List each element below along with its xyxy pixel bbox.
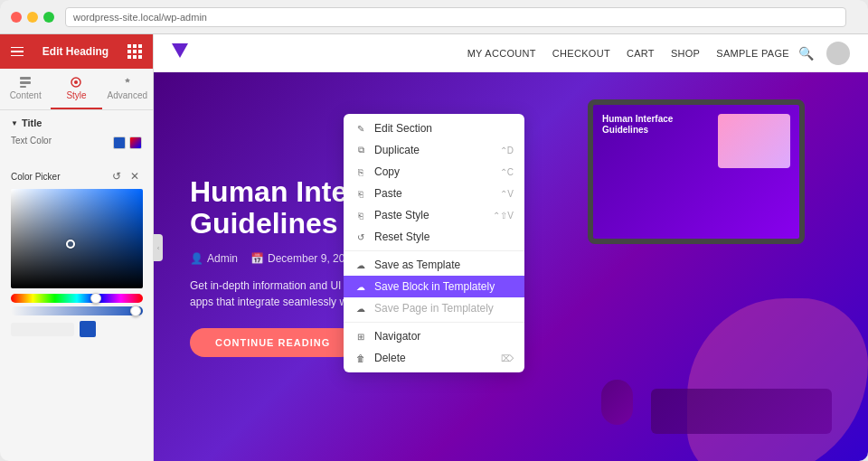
remove-color-button[interactable]: ✕: [127, 169, 142, 183]
save-template-label: Save as Template: [374, 259, 460, 271]
title-section: ▼ Title Text Color: [0, 110, 153, 162]
monitor-image: [718, 114, 790, 168]
context-save-page-templately[interactable]: ☁ Save Page in Templately: [344, 297, 524, 319]
sidebar-header: Edit Heading: [0, 34, 153, 69]
save-page-icon: ☁: [354, 302, 367, 315]
nav-shop[interactable]: SHOP: [671, 48, 700, 59]
tab-content-label: Content: [10, 90, 42, 100]
hero-blob: [687, 298, 868, 461]
mouse-illustration: [601, 380, 633, 425]
sidebar: Edit Heading Content Style Advanced: [0, 34, 154, 461]
text-color-label: Text Color: [11, 136, 52, 146]
tab-style[interactable]: Style: [51, 69, 101, 109]
alpha-slider[interactable]: [11, 306, 143, 315]
duplicate-shortcut: ⌃D: [500, 146, 514, 155]
color-preview[interactable]: [113, 136, 126, 149]
url-bar[interactable]: wordpress-site.local/wp-admin: [65, 7, 846, 27]
sidebar-title: Edit Heading: [42, 45, 108, 58]
navigator-label: Navigator: [374, 330, 420, 343]
monitor: Human InterfaceGuidelines: [588, 99, 823, 271]
nav-cart[interactable]: CART: [627, 48, 655, 59]
svg-point-4: [74, 80, 78, 84]
edit-section-icon: ✎: [354, 122, 367, 135]
menu-divider-2: [344, 322, 524, 323]
hue-slider[interactable]: [11, 294, 143, 303]
browser-chrome: wordpress-site.local/wp-admin: [0, 0, 868, 34]
site-logo: [172, 43, 188, 62]
avatar[interactable]: [826, 42, 850, 65]
paste-label: Paste: [374, 187, 402, 200]
continue-reading-button[interactable]: CONTINUE READING: [190, 328, 355, 357]
logo-triangle: [172, 43, 188, 58]
save-page-label: Save Page in Templately: [374, 302, 494, 315]
nav-my-account[interactable]: MY ACCOUNT: [467, 48, 536, 59]
minimize-button[interactable]: [27, 12, 38, 23]
hero-date: 📅 December 9, 2020: [250, 252, 357, 265]
reset-style-icon: ↺: [354, 230, 367, 243]
tab-advanced-label: Advanced: [108, 90, 147, 100]
close-button[interactable]: [11, 12, 22, 23]
tab-advanced[interactable]: Advanced: [102, 69, 153, 109]
keyboard-illustration: [651, 389, 832, 434]
paste-shortcut: ⌃V: [500, 189, 514, 199]
text-color-row: Text Color: [11, 136, 142, 149]
context-paste[interactable]: ⎗ Paste ⌃V: [344, 183, 524, 204]
svg-rect-2: [20, 86, 26, 88]
color-picker-actions: ↺ ✕: [109, 169, 142, 183]
paste-style-icon: ⎗: [354, 209, 367, 221]
monitor-screen-inner: Human InterfaceGuidelines: [593, 105, 799, 150]
copy-shortcut: ⌃C: [500, 167, 514, 177]
context-duplicate[interactable]: ⧉ Duplicate ⌃D: [344, 139, 524, 161]
color-swatch: [80, 321, 96, 337]
copy-icon: ⎘: [354, 165, 367, 178]
paste-style-shortcut: ⌃⇧V: [493, 211, 514, 221]
delete-icon: 🗑: [354, 352, 367, 364]
nav-checkout[interactable]: CHECKOUT: [552, 48, 610, 59]
navigator-icon: ⊞: [354, 330, 367, 343]
nav-sample-page[interactable]: SAMPLE PAGE: [716, 48, 789, 59]
context-navigator[interactable]: ⊞ Navigator: [344, 325, 524, 347]
top-nav: MY ACCOUNT CHECKOUT CART SHOP SAMPLE PAG…: [154, 34, 868, 72]
duplicate-icon: ⧉: [354, 144, 367, 156]
picker-dot[interactable]: [66, 240, 75, 249]
paste-style-label: Paste Style: [374, 209, 429, 221]
color-picker-canvas[interactable]: [11, 189, 143, 288]
traffic-lights: [11, 12, 54, 23]
hero-author: 👤 Admin: [190, 252, 238, 265]
paste-icon: ⎗: [354, 187, 367, 200]
save-template-icon: ☁: [354, 259, 367, 271]
context-paste-style[interactable]: ⎗ Paste Style ⌃⇧V: [344, 204, 524, 226]
duplicate-label: Duplicate: [374, 144, 420, 156]
edit-section-label: Edit Section: [374, 122, 432, 135]
context-save-template[interactable]: ☁ Save as Template: [344, 254, 524, 276]
collapse-handle[interactable]: ‹: [154, 234, 163, 261]
context-copy[interactable]: ⎘ Copy ⌃C: [344, 161, 524, 183]
search-icon[interactable]: 🔍: [798, 46, 814, 61]
alpha-thumb[interactable]: [130, 306, 141, 316]
global-color-icon[interactable]: [129, 136, 142, 149]
hex-row: #1B52BC: [11, 321, 142, 337]
context-edit-section[interactable]: ✎ Edit Section: [344, 118, 524, 139]
calendar-icon: 📅: [250, 252, 264, 265]
tab-style-label: Style: [66, 90, 86, 100]
menu-divider-1: [344, 250, 524, 251]
hero-illustration: Human InterfaceGuidelines: [561, 81, 850, 452]
hamburger-icon[interactable]: [11, 47, 24, 57]
hue-thumb[interactable]: [90, 293, 101, 304]
color-picker-section: Color Picker ↺ ✕ #1B52BC: [0, 162, 153, 344]
section-title: ▼ Title: [11, 118, 142, 128]
reset-style-label: Reset Style: [374, 230, 429, 243]
svg-rect-1: [20, 81, 31, 84]
maximize-button[interactable]: [43, 12, 54, 23]
svg-rect-0: [20, 77, 31, 80]
tab-content[interactable]: Content: [0, 69, 51, 109]
context-reset-style[interactable]: ↺ Reset Style: [344, 226, 524, 248]
save-block-label: Save Block in Templately: [374, 280, 495, 293]
reset-color-button[interactable]: ↺: [109, 169, 124, 183]
grid-icon[interactable]: [127, 44, 142, 59]
context-save-block-templately[interactable]: ☁ Save Block in Templately: [344, 276, 524, 297]
save-block-icon: ☁: [354, 280, 367, 293]
hex-input[interactable]: #1B52BC: [11, 323, 74, 336]
app-container: Edit Heading Content Style Advanced: [0, 34, 868, 461]
context-delete[interactable]: 🗑 Delete ⌦: [344, 347, 524, 369]
